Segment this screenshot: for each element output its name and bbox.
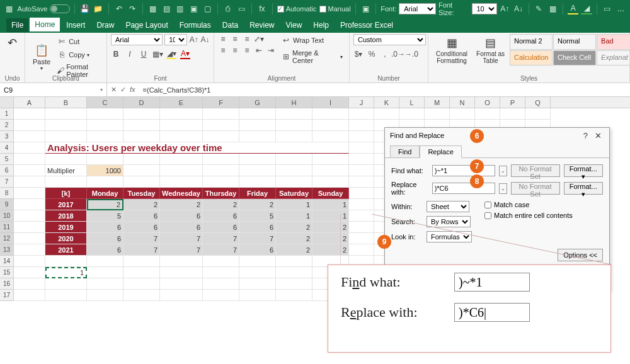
cell[interactable] [349, 210, 374, 222]
cell[interactable]: Friday [239, 188, 276, 199]
cell[interactable]: 6 [123, 210, 160, 222]
cell[interactable] [87, 267, 123, 278]
enter-icon[interactable]: ✓ [120, 86, 126, 94]
cell[interactable] [203, 256, 239, 267]
align-left-icon[interactable]: ≡ [218, 45, 228, 55]
inc-dec-icon[interactable]: .0→ [393, 49, 403, 59]
qa-icon[interactable]: ▭ [236, 3, 247, 14]
cell[interactable]: 6 [239, 244, 276, 256]
align-right-icon[interactable]: ≡ [242, 45, 252, 55]
cell[interactable]: 7 [160, 244, 203, 256]
cell[interactable] [87, 256, 123, 267]
cell[interactable] [239, 165, 276, 176]
row-header[interactable]: 3 [0, 131, 14, 142]
cell[interactable] [14, 120, 45, 131]
cell[interactable] [45, 120, 87, 131]
cell[interactable] [239, 131, 276, 142]
row-header[interactable]: 13 [0, 244, 14, 256]
cell[interactable] [450, 108, 475, 120]
undo-icon[interactable]: ↶ [113, 3, 125, 14]
cell[interactable] [349, 233, 374, 244]
cell[interactable] [276, 154, 312, 165]
qa-icon[interactable]: … [616, 3, 627, 14]
cell[interactable] [14, 222, 45, 233]
find-format-button[interactable]: Format... ▾ [564, 164, 603, 177]
col-header[interactable]: M [425, 97, 450, 108]
cell[interactable] [349, 120, 374, 131]
cell[interactable] [160, 256, 203, 267]
style-normal2[interactable]: Normal 2 [510, 34, 553, 50]
cell[interactable] [123, 267, 160, 278]
cell[interactable] [14, 278, 45, 290]
cell[interactable] [276, 176, 312, 188]
cell[interactable] [239, 256, 276, 267]
cell[interactable] [276, 278, 312, 290]
font-color-icon[interactable]: A▾ [180, 49, 190, 59]
cell[interactable]: Saturday [276, 188, 312, 199]
cell[interactable] [349, 131, 374, 142]
cell[interactable]: 6 [203, 222, 239, 233]
cell[interactable]: 5 [239, 210, 276, 222]
cell[interactable]: 1 [276, 199, 312, 210]
align-top-icon[interactable]: ≡ [218, 34, 228, 44]
conditional-formatting-button[interactable]: ▦Conditional Formatting [432, 34, 471, 65]
underline-icon[interactable]: U [139, 49, 149, 59]
italic-icon[interactable]: I [125, 49, 135, 59]
col-header[interactable]: K [374, 97, 399, 108]
save-icon[interactable]: 💾 [79, 3, 91, 14]
cell[interactable] [160, 278, 203, 290]
indent-inc-icon[interactable]: ⇥ [266, 45, 276, 55]
tab-home[interactable]: Home [30, 18, 60, 33]
row-header[interactable]: 6 [0, 165, 14, 176]
cell[interactable]: 7 [160, 233, 203, 244]
qa-icon[interactable]: ▣ [188, 3, 200, 14]
row-header[interactable]: 8 [0, 188, 14, 199]
style-explanatory[interactable]: Explanat [597, 50, 630, 66]
cell[interactable] [239, 120, 276, 131]
tab-help[interactable]: Help [308, 18, 334, 32]
style-calculation[interactable]: Calculation [510, 50, 553, 66]
merge-button[interactable]: ⊞Merge & Center▾ [278, 48, 345, 65]
cell[interactable] [312, 120, 349, 131]
row-header[interactable]: 17 [0, 290, 14, 301]
cell[interactable] [123, 131, 160, 142]
cell[interactable] [14, 176, 45, 188]
cell[interactable] [160, 267, 203, 278]
font-qa-select[interactable]: Arial [399, 3, 436, 14]
replace-format-button[interactable]: Format... ▾ [564, 182, 603, 195]
row-header[interactable]: 11 [0, 222, 14, 233]
manual-checkbox[interactable] [319, 6, 326, 13]
find-dropdown-icon[interactable]: ⌄ [499, 166, 507, 176]
row-header[interactable]: 14 [0, 256, 14, 267]
increase-font-icon[interactable]: A↑ [189, 35, 198, 45]
cell[interactable]: 7 [239, 233, 276, 244]
cell[interactable]: 6 [87, 233, 123, 244]
cell[interactable] [203, 278, 239, 290]
cell[interactable] [123, 108, 160, 120]
cell[interactable] [160, 131, 203, 142]
decrease-font-icon[interactable]: A↓ [200, 35, 210, 45]
cell[interactable]: 1000 [87, 165, 123, 176]
cancel-icon[interactable]: ✕ [111, 86, 117, 94]
tab-review[interactable]: Review [244, 18, 279, 32]
cell[interactable] [87, 154, 123, 165]
paint-icon[interactable]: ✎ [534, 3, 545, 14]
match-case-checkbox[interactable] [484, 202, 491, 208]
cell[interactable]: Sunday [312, 188, 349, 199]
cell[interactable] [312, 131, 349, 142]
col-header[interactable]: I [312, 97, 349, 108]
cell[interactable]: 1 [312, 210, 349, 222]
cell[interactable]: 2021 [45, 244, 87, 256]
cell[interactable] [312, 165, 349, 176]
cell[interactable]: 2020 [45, 233, 87, 244]
cell[interactable] [14, 210, 45, 222]
lookin-select[interactable]: Formulas [427, 231, 472, 242]
cell[interactable] [14, 154, 45, 165]
col-header[interactable]: E [160, 97, 203, 108]
col-header[interactable]: G [239, 97, 276, 108]
format-as-table-button[interactable]: ▤Format as Table [472, 34, 508, 65]
cell[interactable]: 5 [87, 210, 123, 222]
cell[interactable] [160, 120, 203, 131]
fx-icon[interactable]: fx [130, 86, 135, 94]
cell[interactable] [312, 154, 349, 165]
